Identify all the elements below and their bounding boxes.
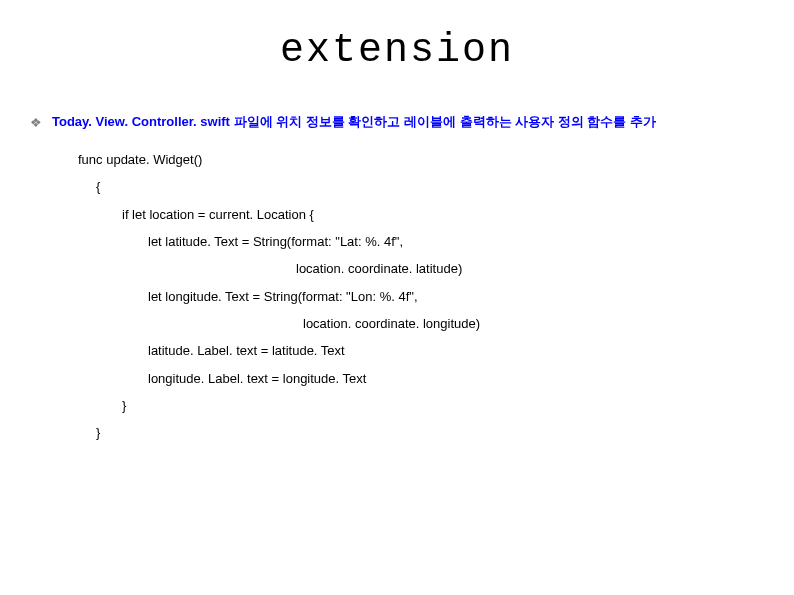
code-line: longitude. Label. text = longitude. Text: [78, 365, 794, 392]
code-line: location. coordinate. longitude): [78, 310, 794, 337]
code-line: }: [78, 392, 794, 419]
section-heading: Today. View. Controller. swift 파일에 위치 정보…: [52, 113, 656, 131]
heading-row: ❖ Today. View. Controller. swift 파일에 위치 …: [30, 113, 794, 132]
page-title: extension: [0, 28, 794, 73]
code-line: let latitude. Text = String(format: "Lat…: [78, 228, 794, 255]
code-line: func update. Widget(): [78, 146, 794, 173]
content-area: ❖ Today. View. Controller. swift 파일에 위치 …: [0, 113, 794, 446]
code-block: func update. Widget() { if let location …: [78, 146, 794, 446]
diamond-bullet-icon: ❖: [30, 114, 42, 132]
code-line: {: [78, 173, 794, 200]
code-line: }: [78, 419, 794, 446]
code-line: latitude. Label. text = latitude. Text: [78, 337, 794, 364]
code-line: location. coordinate. latitude): [78, 255, 794, 282]
code-line: if let location = current. Location {: [78, 201, 794, 228]
code-line: let longitude. Text = String(format: "Lo…: [78, 283, 794, 310]
